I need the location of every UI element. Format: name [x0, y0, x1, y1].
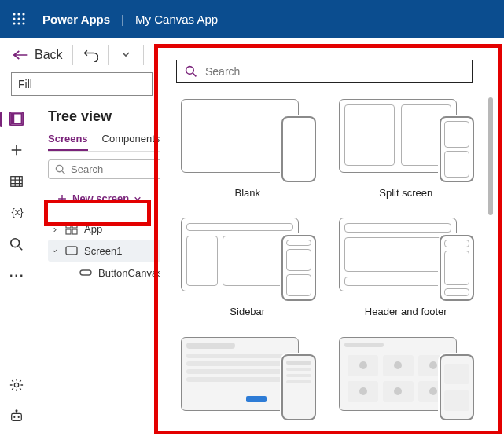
insert-icon[interactable] — [9, 143, 25, 159]
template-label: Sidebar — [230, 306, 265, 317]
svg-rect-12 — [11, 177, 22, 187]
svg-point-14 — [14, 383, 18, 387]
divider — [72, 45, 73, 65]
svg-point-1 — [17, 13, 20, 15]
svg-point-0 — [13, 13, 15, 15]
tree-view-icon[interactable] — [9, 112, 25, 127]
undo-button[interactable] — [83, 48, 98, 62]
flyout-search-input[interactable]: Search — [176, 60, 473, 83]
flyout-search-placeholder: Search — [205, 65, 240, 78]
svg-point-16 — [16, 410, 17, 412]
svg-point-13 — [11, 239, 20, 247]
svg-point-2 — [22, 13, 24, 15]
svg-rect-19 — [72, 223, 77, 228]
svg-rect-22 — [66, 247, 77, 255]
data-icon[interactable] — [9, 174, 25, 190]
template-split-screen[interactable]: Split screen — [338, 94, 475, 199]
app-launcher-icon[interactable] — [6, 6, 31, 31]
tree-item-label: App — [84, 223, 102, 235]
app-icon — [65, 222, 78, 235]
flyout-scrollbar[interactable] — [488, 97, 493, 215]
button-icon — [79, 266, 92, 279]
app-topbar: Power Apps | My Canvas App — [0, 0, 504, 38]
template-label: Header and footer — [365, 306, 447, 317]
divider — [108, 45, 109, 65]
rail-active-indicator — [0, 112, 2, 127]
chevron-down-icon[interactable]: › — [50, 247, 61, 255]
screen-icon — [65, 244, 78, 257]
svg-rect-18 — [66, 223, 71, 228]
new-screen-flyout: Search Blank Split screen — [160, 50, 498, 430]
template-label: Split screen — [379, 187, 432, 199]
divider — [143, 45, 144, 65]
svg-rect-21 — [72, 229, 77, 234]
template-extra-1[interactable] — [179, 332, 316, 419]
new-screen-button[interactable]: New screen — [48, 187, 150, 210]
svg-point-8 — [22, 22, 24, 24]
tree-item-label: Screen1 — [84, 245, 122, 257]
template-label: Blank — [234, 187, 260, 199]
undo-dropdown[interactable] — [118, 45, 134, 65]
back-button[interactable]: Back — [13, 48, 63, 62]
template-extra-2[interactable] — [338, 332, 475, 419]
svg-point-5 — [22, 17, 24, 20]
svg-point-17 — [56, 165, 62, 171]
flyout-template-grid: Blank Split screen — [160, 94, 498, 427]
left-rail: {x} ··· — [0, 101, 35, 436]
virtual-agent-icon[interactable] — [9, 409, 25, 425]
back-label: Back — [35, 48, 63, 62]
svg-rect-20 — [66, 229, 71, 234]
tab-components[interactable]: Components — [102, 133, 160, 151]
template-sidebar[interactable]: Sidebar — [179, 213, 316, 317]
more-icon[interactable]: ··· — [9, 269, 25, 284]
template-header-footer[interactable]: Header and footer — [338, 213, 475, 317]
property-selector[interactable]: Fill — [11, 72, 153, 96]
property-name: Fill — [18, 78, 32, 90]
new-screen-label: New screen — [72, 192, 129, 204]
svg-rect-23 — [80, 270, 91, 275]
tree-item-label: ButtonCanvas1 — [98, 267, 168, 279]
search-icon[interactable] — [9, 237, 25, 253]
svg-point-3 — [13, 17, 15, 20]
chevron-right-icon[interactable]: › — [51, 223, 59, 235]
title-separator: | — [121, 13, 124, 26]
product-name: Power Apps — [42, 13, 110, 26]
app-title: My Canvas App — [135, 13, 218, 26]
svg-point-7 — [17, 22, 20, 24]
tree-search-placeholder: Search — [71, 163, 103, 175]
svg-point-4 — [17, 17, 20, 20]
variables-icon[interactable]: {x} — [11, 206, 23, 222]
svg-rect-15 — [12, 413, 22, 420]
svg-point-24 — [186, 67, 194, 75]
template-blank[interactable]: Blank — [179, 94, 316, 199]
svg-point-6 — [13, 22, 15, 24]
tab-screens[interactable]: Screens — [48, 133, 88, 151]
settings-icon[interactable] — [9, 378, 25, 394]
